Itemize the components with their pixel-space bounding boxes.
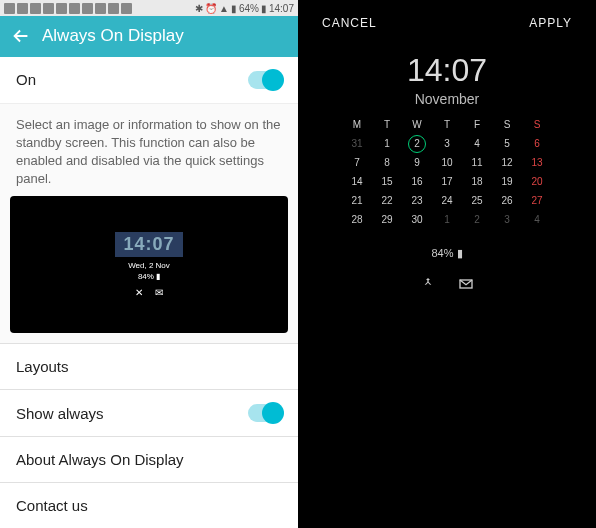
cal-cell[interactable]: 6 <box>522 134 552 153</box>
cal-cell[interactable]: 1 <box>372 134 402 153</box>
aod-battery: 84% ▮ <box>298 247 596 260</box>
show-always-label: Show always <box>16 405 104 422</box>
cal-cell[interactable]: 2 <box>402 134 432 153</box>
cal-cell[interactable]: 27 <box>522 191 552 210</box>
page-title: Always On Display <box>42 26 184 46</box>
alarm-icon: ⏰ <box>205 3 217 14</box>
cal-cell[interactable]: 19 <box>492 172 522 191</box>
cal-cell[interactable]: 14 <box>342 172 372 191</box>
wifi-icon: ▲ <box>219 3 229 14</box>
cal-cell[interactable]: 21 <box>342 191 372 210</box>
about-label: About Always On Display <box>16 451 184 468</box>
cal-cell[interactable]: 13 <box>522 153 552 172</box>
cal-day-header: S <box>522 115 552 134</box>
calendar: MTWTFSS 31123456789101112131415161718192… <box>342 115 552 229</box>
cal-cell[interactable]: 24 <box>432 191 462 210</box>
aod-time: 14:07 <box>298 52 596 89</box>
notif-icon <box>82 3 93 14</box>
preview-battery: 84% ▮ <box>138 272 160 281</box>
cal-cell[interactable]: 15 <box>372 172 402 191</box>
cal-cell[interactable]: 12 <box>492 153 522 172</box>
cal-cell[interactable]: 10 <box>432 153 462 172</box>
cal-cell[interactable]: 31 <box>342 134 372 153</box>
notif-icon <box>43 3 54 14</box>
notif-icon <box>69 3 80 14</box>
status-bar: ✱ ⏰ ▲ ▮ 64% ▮ 14:07 <box>0 0 298 16</box>
cal-cell[interactable]: 11 <box>462 153 492 172</box>
back-icon[interactable] <box>10 25 32 47</box>
cal-cell[interactable]: 26 <box>492 191 522 210</box>
header: Always On Display <box>0 16 298 56</box>
contact-row[interactable]: Contact us <box>0 482 298 528</box>
preview-card[interactable]: 14:07 Wed, 2 Nov 84% ▮ ✕ ✉ <box>10 196 288 333</box>
cal-day-header: S <box>492 115 522 134</box>
layouts-row[interactable]: Layouts <box>0 343 298 389</box>
notif-icon <box>121 3 132 14</box>
mail-icon <box>458 276 474 292</box>
battery-percent: 64% <box>239 3 259 14</box>
cal-cell[interactable]: 2 <box>462 210 492 229</box>
cal-cell[interactable]: 3 <box>492 210 522 229</box>
notif-icon <box>17 3 28 14</box>
cal-cell[interactable]: 17 <box>432 172 462 191</box>
cal-cell[interactable]: 3 <box>432 134 462 153</box>
contact-label: Contact us <box>16 497 88 514</box>
notif-icon <box>108 3 119 14</box>
cal-cell[interactable]: 18 <box>462 172 492 191</box>
on-label: On <box>16 71 36 88</box>
cal-cell[interactable]: 22 <box>372 191 402 210</box>
notif-icon <box>95 3 106 14</box>
cal-cell[interactable]: 30 <box>402 210 432 229</box>
about-row[interactable]: About Always On Display <box>0 436 298 482</box>
show-always-row[interactable]: Show always <box>0 389 298 436</box>
signal-icon: ▮ <box>231 3 237 14</box>
apply-button[interactable]: APPLY <box>529 16 572 30</box>
settings-panel: ✱ ⏰ ▲ ▮ 64% ▮ 14:07 Always On Display On… <box>0 0 298 528</box>
cal-cell[interactable]: 9 <box>402 153 432 172</box>
show-always-toggle[interactable] <box>248 404 282 422</box>
missed-call-icon <box>420 276 436 292</box>
cal-cell[interactable]: 4 <box>462 134 492 153</box>
menu-list: Layouts Show always About Always On Disp… <box>0 343 298 528</box>
cal-cell[interactable]: 25 <box>462 191 492 210</box>
preview-date: Wed, 2 Nov <box>128 261 170 270</box>
notif-icon <box>56 3 67 14</box>
cal-day-header: W <box>402 115 432 134</box>
cal-cell[interactable]: 7 <box>342 153 372 172</box>
cal-cell[interactable]: 4 <box>522 210 552 229</box>
description-text: Select an image or information to show o… <box>0 104 298 197</box>
cal-cell[interactable]: 23 <box>402 191 432 210</box>
cal-cell[interactable]: 8 <box>372 153 402 172</box>
on-toggle[interactable] <box>248 71 282 89</box>
cal-cell[interactable]: 16 <box>402 172 432 191</box>
bluetooth-icon: ✱ <box>195 3 203 14</box>
cal-day-header: T <box>372 115 402 134</box>
preview-panel: CANCEL APPLY 14:07 November MTWTFSS 3112… <box>298 0 596 528</box>
cal-day-header: M <box>342 115 372 134</box>
layouts-label: Layouts <box>16 358 69 375</box>
notif-icon <box>30 3 41 14</box>
cal-cell[interactable]: 20 <box>522 172 552 191</box>
cal-cell[interactable]: 5 <box>492 134 522 153</box>
status-time: 14:07 <box>269 3 294 14</box>
cal-cell[interactable]: 1 <box>432 210 462 229</box>
mail-icon: ✉ <box>155 287 163 298</box>
cal-cell[interactable]: 28 <box>342 210 372 229</box>
missed-call-icon: ✕ <box>135 287 143 298</box>
battery-icon: ▮ <box>261 3 267 14</box>
preview-clock: 14:07 <box>115 232 182 257</box>
cal-cell[interactable]: 29 <box>372 210 402 229</box>
cancel-button[interactable]: CANCEL <box>322 16 377 30</box>
cal-day-header: T <box>432 115 462 134</box>
notif-icon <box>4 3 15 14</box>
cal-day-header: F <box>462 115 492 134</box>
on-row[interactable]: On <box>0 57 298 104</box>
aod-month: November <box>298 91 596 107</box>
